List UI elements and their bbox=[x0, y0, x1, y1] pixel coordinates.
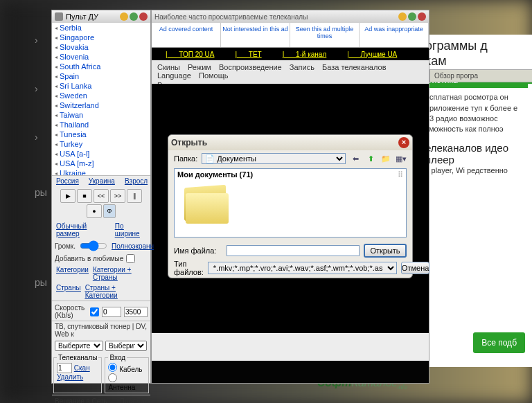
country-item[interactable]: Turkey bbox=[52, 139, 150, 149]
play-button[interactable]: ▶ bbox=[60, 189, 76, 203]
country-item[interactable]: Serbia bbox=[52, 23, 150, 33]
nav-link[interactable]: |___ТЕТ bbox=[235, 51, 261, 58]
maximize-icon[interactable] bbox=[408, 12, 416, 21]
country-item[interactable]: Spain bbox=[52, 71, 150, 81]
folder-select[interactable]: 📄 Документы bbox=[202, 153, 346, 164]
speed-checkbox[interactable] bbox=[90, 307, 99, 316]
ad-option[interactable]: Ad covered content bbox=[152, 23, 221, 47]
speed-label: Скорость (Kb/s) bbox=[55, 304, 87, 319]
player-titlebar[interactable]: Наиболее часто просматриваемые телеканал… bbox=[152, 10, 429, 23]
file-list-area[interactable]: Мои документы (71) ⠿ bbox=[174, 168, 407, 238]
country-item[interactable]: Singapore bbox=[52, 33, 150, 42]
app-icon bbox=[55, 12, 63, 21]
playback-controls: ▶ ■ << >> ‖ ● Ф bbox=[52, 186, 150, 221]
stop-button[interactable]: ■ bbox=[77, 189, 92, 203]
link-russia[interactable]: Россия bbox=[56, 177, 79, 185]
folder-thumbnail[interactable] bbox=[181, 181, 230, 229]
link-adult[interactable]: Взросл bbox=[125, 177, 148, 185]
country-item[interactable]: Sri Lanka bbox=[52, 81, 150, 91]
country-item[interactable]: Slovakia bbox=[52, 42, 150, 52]
folder-label: Папка: bbox=[174, 154, 197, 163]
channel-nav: |___ТОП 20 UA |___ТЕТ |___1-й канал |___… bbox=[152, 48, 429, 60]
menu-item[interactable]: Воспроизведение bbox=[219, 63, 282, 71]
menu-item[interactable]: Скины bbox=[157, 63, 180, 71]
list-header: Мои документы (71) bbox=[177, 170, 253, 179]
nav-link[interactable]: |___ТОП 20 UA bbox=[166, 51, 214, 58]
fullscreen-link[interactable]: Полноэкранн bbox=[112, 242, 154, 250]
normal-size-link[interactable]: Обычный размер bbox=[56, 222, 105, 238]
forward-button[interactable]: >> bbox=[110, 189, 125, 203]
country-item[interactable]: Switzerland bbox=[52, 100, 150, 110]
extra-button[interactable]: Ф bbox=[103, 204, 116, 218]
minimize-icon[interactable] bbox=[398, 12, 407, 21]
country-list[interactable]: SerbiaSingaporeSlovakiaSloveniaSouth Afr… bbox=[52, 23, 150, 175]
filetype-label: Тип файлов: bbox=[174, 260, 204, 276]
right-panel: ограммы дкам тистика есплатная росмотра … bbox=[421, 35, 532, 367]
filetype-select[interactable]: *.mkv;*.mp*;*.vro;*.avi;*.wav;*.asf;*.wm… bbox=[208, 262, 397, 274]
ad-option[interactable]: Not interested in this ad bbox=[221, 23, 290, 47]
cancel-button[interactable]: Отмена bbox=[401, 262, 429, 274]
volume-label: Громк. bbox=[55, 242, 76, 250]
menu-bar: Скины Режим Воспроизведение Запись База … bbox=[152, 60, 429, 84]
menu-item[interactable]: Режим bbox=[188, 63, 211, 71]
close-icon[interactable] bbox=[139, 12, 148, 21]
country-item[interactable]: South Africa bbox=[52, 62, 150, 71]
link-ukraine[interactable]: Украина bbox=[89, 177, 115, 185]
all-button[interactable]: Все подб bbox=[473, 332, 525, 353]
scan-link[interactable]: Скан bbox=[74, 364, 90, 372]
open-button[interactable]: Открыть bbox=[364, 244, 407, 258]
view-mode-icon[interactable]: ▦▾ bbox=[396, 153, 407, 164]
speed-min-input[interactable] bbox=[102, 307, 121, 317]
dialog-titlebar[interactable]: Открыть × bbox=[168, 135, 412, 150]
rewind-button[interactable]: << bbox=[94, 189, 109, 203]
favorites-checkbox[interactable] bbox=[126, 254, 135, 263]
categories-link[interactable]: Категории bbox=[56, 266, 89, 281]
minimize-icon[interactable] bbox=[120, 12, 128, 21]
menu-item[interactable]: Запись bbox=[290, 63, 314, 71]
country-item[interactable]: Thailand bbox=[52, 120, 150, 129]
delete-link[interactable]: Удалить bbox=[57, 373, 83, 381]
nav-link[interactable]: |___1-й канал bbox=[283, 51, 327, 58]
remote-title: Пульт ДУ bbox=[66, 12, 98, 21]
ad-feedback-strip: Ad covered content Not interested in thi… bbox=[152, 23, 429, 48]
file-open-dialog: Открыть × Папка: 📄 Документы ⬅ ⬆ 📁 ▦▾ Мо… bbox=[168, 134, 413, 278]
maximize-icon[interactable] bbox=[130, 12, 138, 21]
antenna-radio[interactable] bbox=[108, 373, 117, 382]
ad-option[interactable]: Ad was inappropriate bbox=[360, 23, 429, 47]
channel-number-input[interactable] bbox=[57, 363, 72, 373]
countries-cat-link[interactable]: Страны + Категории bbox=[85, 284, 146, 299]
back-icon[interactable]: ⬅ bbox=[350, 153, 361, 164]
filename-input[interactable] bbox=[227, 245, 360, 256]
video-select[interactable]: Выберите видес bbox=[55, 341, 103, 351]
new-folder-icon[interactable]: 📁 bbox=[380, 153, 391, 164]
countries-link[interactable]: Страны bbox=[56, 284, 81, 299]
menu-item[interactable]: Language bbox=[157, 71, 191, 80]
up-icon[interactable]: ⬆ bbox=[365, 153, 376, 164]
close-icon[interactable]: × bbox=[398, 137, 409, 148]
cat-countries-link[interactable]: Категории + Страны bbox=[93, 266, 146, 281]
broadcast-label[interactable]: Вещание в Сеть bbox=[55, 397, 107, 403]
menu-item[interactable]: Помощь bbox=[199, 71, 229, 80]
nav-link[interactable]: |___Лучшие UA bbox=[347, 51, 397, 58]
volume-slider[interactable] bbox=[80, 240, 107, 251]
pause-button[interactable]: ‖ bbox=[127, 189, 142, 203]
record-button[interactable]: ● bbox=[87, 204, 102, 218]
player-footer bbox=[152, 333, 429, 361]
country-item[interactable]: Taiwan bbox=[52, 110, 150, 120]
close-icon[interactable] bbox=[418, 12, 426, 21]
speed-max-input[interactable] bbox=[124, 307, 148, 317]
favorites-label: Добавить в любимые bbox=[55, 255, 123, 262]
country-item[interactable]: USA [a-l] bbox=[52, 149, 150, 159]
menu-item[interactable]: База телеканалов bbox=[322, 63, 387, 71]
device-select[interactable]: Выберите bbox=[105, 341, 147, 351]
country-item[interactable]: Slovenia bbox=[52, 52, 150, 62]
cable-radio[interactable] bbox=[108, 363, 117, 372]
view-label[interactable]: Просмот bbox=[120, 397, 148, 403]
ad-option[interactable]: Seen this ad multiple times bbox=[290, 23, 360, 47]
country-item[interactable]: USA [m-z] bbox=[52, 159, 150, 168]
remote-titlebar[interactable]: Пульт ДУ bbox=[52, 10, 150, 23]
country-item[interactable]: Tunesia bbox=[52, 129, 150, 139]
country-item[interactable]: Sweden bbox=[52, 91, 150, 100]
fit-width-link[interactable]: По ширине bbox=[115, 222, 146, 238]
country-item[interactable]: Ukraine bbox=[52, 168, 150, 175]
